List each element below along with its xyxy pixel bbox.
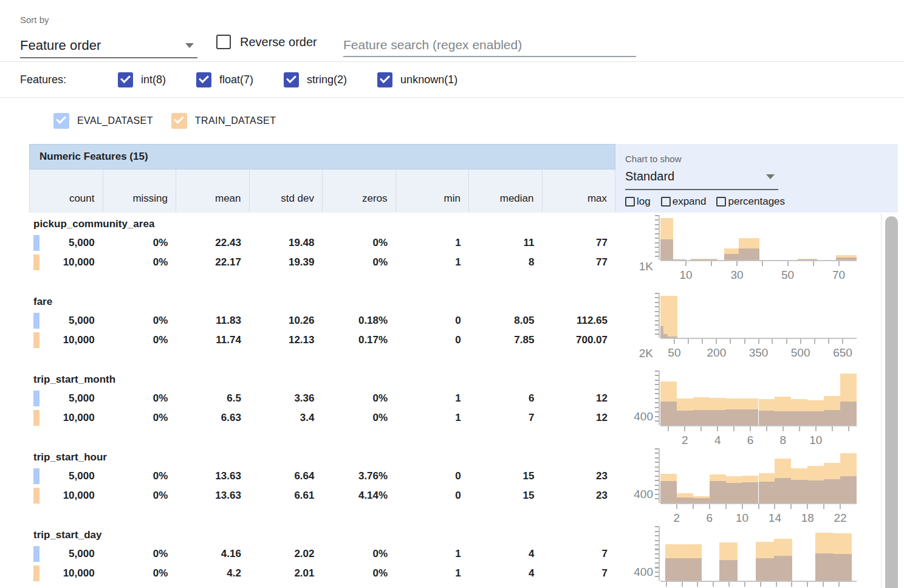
feature-type-filter[interactable]: int(8) [118,72,166,87]
stat-value: 6.64 [249,467,323,486]
x-axis-tick-icon [832,426,833,431]
x-axis-tick-icon [848,426,849,431]
stat-value: 23 [542,467,615,486]
dataset-swatch-icon [33,488,39,504]
eval-bar [719,560,738,581]
x-axis-tick-icon [772,339,773,344]
stat-value: 13.63 [176,486,249,505]
stat-value: 12 [542,389,615,408]
checkbox-checked-icon[interactable] [53,113,69,129]
chart-option-toggle[interactable]: percentages [716,196,785,208]
sort-by-dropdown[interactable]: Feature order [20,34,197,58]
plot-area: 246810 [660,372,857,426]
x-axis-tick-icon [838,261,840,266]
x-axis-tick-icon [744,582,745,587]
column-header: zeros [323,169,396,212]
x-axis-tick-label: 6 [747,434,754,447]
histogram-column: 1K 10305070 2K 50200350500650 400 [615,213,904,588]
stat-value: 0% [323,564,396,583]
feature-type-filter[interactable]: float(7) [196,72,253,87]
stat-value: 0% [103,467,176,486]
eval-bar [693,410,710,425]
feature-type-filter[interactable]: unknown(1) [377,72,457,87]
x-axis-tick-icon [742,504,743,509]
reverse-order-toggle[interactable]: Reverse order [216,35,317,49]
checkbox-checked-icon[interactable] [196,72,211,87]
x-axis-tick-icon [674,339,675,344]
checkbox-unchecked-icon[interactable] [661,197,671,207]
chart-option-toggle[interactable]: log [625,196,651,208]
feature-search-input[interactable] [343,34,636,57]
y-axis: 400 [615,372,660,446]
stat-value: 1 [396,253,469,272]
table-row: 10,0000%4.22.010%147 [29,564,615,583]
checkbox-unchecked-icon[interactable] [216,35,231,49]
eval-bar [824,479,840,503]
filter-label: string(2) [307,74,347,86]
stat-value: 10,000 [29,408,103,428]
stat-value: 0% [103,544,176,564]
eval-bar [691,259,705,260]
chart-toggle-row: log expand percentages [625,196,898,208]
feature-type-filter[interactable]: string(2) [284,72,347,87]
stat-value: 11.83 [176,311,249,330]
x-axis-tick-icon [693,504,694,509]
checkbox-checked-icon[interactable] [377,72,392,87]
stat-value: 77 [542,233,615,253]
x-axis-tick-icon [717,426,718,431]
x-axis-tick-label: 70 [832,268,845,282]
table-row: 5,0000%6.53.360%1612 [29,389,615,408]
checkbox-checked-icon[interactable] [171,113,187,129]
vertical-scrollbar[interactable] [881,214,899,588]
stat-value: 0% [323,408,396,428]
checkbox-unchecked-icon[interactable] [625,197,635,207]
stat-value: 5,000 [29,233,103,253]
chart-type-dropdown[interactable]: Standard [625,164,778,190]
x-axis-tick-icon [823,504,824,509]
x-axis-tick-label: 22 [834,511,847,525]
eval-bar [759,482,775,503]
filter-label: int(8) [141,74,166,86]
stat-value: 6 [469,389,543,408]
feature-type-filters: int(8) float(7) string(2) unknown(1) [118,72,488,87]
checkbox-checked-icon[interactable] [284,72,299,87]
eval-bar [815,553,834,581]
dataset-toggle[interactable]: TRAIN_DATASET [171,113,276,129]
histogram-trip_start_month: 400 246810 [615,368,904,446]
y-axis-ruler-icon [654,526,660,581]
dataset-toggle[interactable]: EVAL_DATASET [53,113,153,129]
stat-value: 8.05 [469,311,543,330]
checkbox-unchecked-icon[interactable] [716,197,726,207]
stat-value: 6.61 [249,486,323,505]
chart-panel: Chart to show Standard log expand percen… [615,144,904,588]
dataset-swatch-icon [33,410,39,426]
feature-rows: pickup_community_area 5,0000%22.4319.480… [29,213,615,588]
table-row: 10,0000%22.1719.390%1877 [29,253,615,272]
dataset-swatch-icon [33,235,39,251]
eval-bar [660,402,677,425]
feature-name: trip_start_month [29,368,615,389]
checkbox-checked-icon[interactable] [118,72,133,87]
x-axis-tick-icon [668,426,669,431]
column-header: count [30,169,103,212]
x-axis-tick-icon [828,339,829,344]
eval-bar [710,481,726,503]
chart-option-toggle[interactable]: expand [661,196,707,208]
x-axis-tick-label: 30 [730,268,743,282]
x-axis-tick-icon [838,582,840,587]
stat-value: 12.13 [249,330,323,350]
scrollbar-thumb[interactable] [885,216,898,588]
y-axis: 2K [615,294,660,368]
column-header-row: countmissingmeanstd devzerosminmedianmax [29,169,615,213]
eval-bar [756,558,774,581]
stat-value: 5,000 [29,544,103,564]
x-axis-tick-icon [730,339,731,344]
x-axis-tick-label: 6 [706,511,713,525]
stat-value: 15 [469,467,543,486]
y-axis-tick-label: 400 [634,566,653,579]
stat-value: 22.17 [176,253,249,272]
stat-value: 4 [469,564,543,583]
sort-by-label: Sort by [20,15,49,25]
table-row: 10,0000%13.636.614.14%01523 [29,486,615,505]
eval-bar [836,258,857,260]
